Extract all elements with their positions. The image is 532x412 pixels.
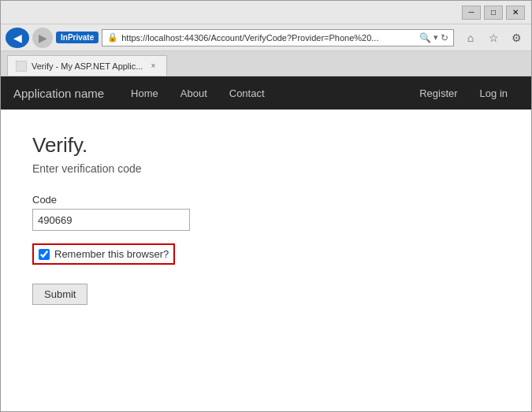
app-nav-links: Home About Contact (120, 78, 275, 109)
nav-link-about[interactable]: About (169, 78, 218, 109)
maximize-button[interactable]: □ (484, 6, 503, 20)
app-navbar: Application name Home About Contact Regi… (1, 76, 531, 109)
nav-link-home[interactable]: Home (120, 78, 169, 109)
back-button[interactable]: ◀ (6, 28, 29, 48)
tab-bar: Verify - My ASP.NET Applic... × (1, 51, 531, 76)
code-label: Code (32, 194, 500, 206)
lock-icon-2: ▾ (433, 32, 438, 43)
code-form-group: Code (32, 194, 500, 231)
back-icon: ◀ (13, 32, 22, 44)
remember-browser-group: Remember this browser? (32, 243, 175, 265)
tab-label: Verify - My ASP.NET Applic... (32, 61, 143, 71)
page-content: Verify. Enter verification code Code Rem… (1, 109, 531, 411)
page-title: Verify. (32, 133, 500, 158)
lock-icon: 🔒 (107, 32, 118, 43)
home-button[interactable]: ⌂ (460, 28, 481, 47)
close-button[interactable]: ✕ (506, 6, 525, 20)
remember-browser-label: Remember this browser? (54, 248, 169, 260)
submit-group: Submit (32, 284, 500, 305)
inprivate-badge: InPrivate (56, 32, 99, 43)
app-nav-right: Register Log in (408, 78, 519, 109)
tab-close-button[interactable]: × (147, 61, 158, 72)
minimize-button[interactable]: ─ (462, 6, 481, 20)
settings-button[interactable]: ⚙ (506, 28, 526, 47)
forward-icon: ▶ (39, 32, 47, 44)
nav-link-contact[interactable]: Contact (218, 78, 276, 109)
page-subtitle: Enter verification code (32, 162, 500, 175)
app-brand[interactable]: Application name (13, 87, 104, 100)
nav-right-icons: ⌂ ☆ ⚙ (460, 28, 526, 47)
title-bar: ─ □ ✕ (1, 1, 531, 24)
nav-link-register[interactable]: Register (408, 78, 468, 109)
tab-favicon (16, 61, 27, 72)
nav-link-login[interactable]: Log in (469, 78, 519, 109)
remember-browser-checkbox[interactable] (39, 249, 50, 260)
refresh-icon[interactable]: ↻ (441, 32, 448, 43)
search-icon: 🔍 (419, 32, 431, 43)
code-input[interactable] (32, 209, 190, 231)
address-bar[interactable]: 🔒 https://localhost:44306/Account/Verify… (102, 29, 454, 46)
address-text: https://localhost:44306/Account/VerifyCo… (121, 33, 416, 43)
address-icons: 🔍 ▾ ↻ (419, 32, 448, 43)
nav-bar: ◀ ▶ InPrivate 🔒 https://localhost:44306/… (1, 24, 531, 51)
browser-window: ─ □ ✕ ◀ ▶ InPrivate 🔒 https://localhost:… (0, 0, 532, 412)
submit-button[interactable]: Submit (32, 284, 87, 305)
favorites-button[interactable]: ☆ (483, 28, 504, 47)
active-tab[interactable]: Verify - My ASP.NET Applic... × (7, 55, 167, 76)
title-bar-buttons: ─ □ ✕ (462, 6, 525, 20)
forward-button[interactable]: ▶ (32, 28, 53, 48)
